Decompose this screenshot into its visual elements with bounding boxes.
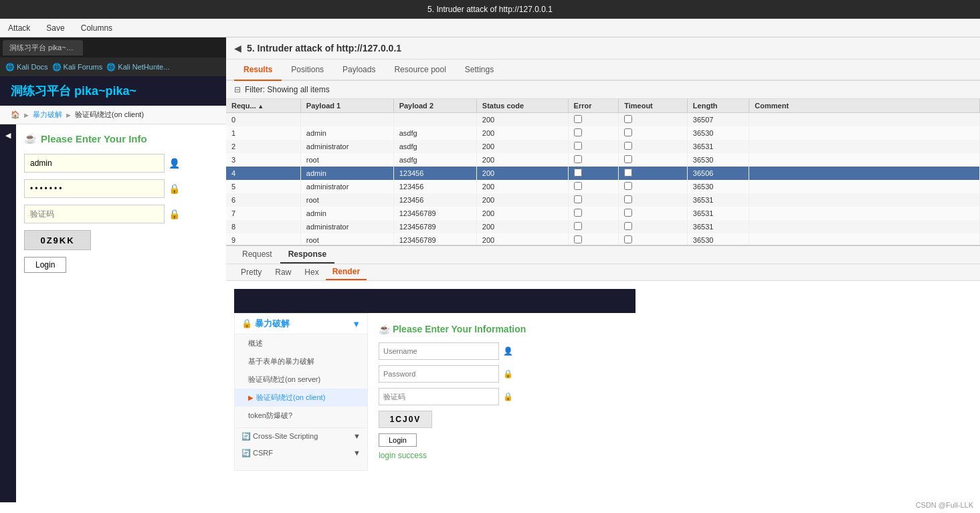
table-row[interactable]: 8administrator12345678920036531	[226, 220, 980, 233]
table-cell-5[interactable]	[619, 180, 688, 193]
rendered-username-input[interactable]	[379, 342, 499, 360]
table-cell-4[interactable]	[568, 113, 619, 127]
tab-response[interactable]: Response	[280, 246, 334, 264]
username-input[interactable]	[24, 154, 165, 173]
col-payload2[interactable]: Payload 2	[393, 99, 476, 113]
tab-request[interactable]: Request	[234, 246, 280, 264]
nav-kali-nethunter[interactable]: 🌐 Kali NetHunte...	[106, 63, 169, 72]
table-cell-5[interactable]	[619, 233, 688, 246]
error-checkbox[interactable]	[574, 169, 582, 177]
table-row[interactable]: 3rootasdfg20036530	[226, 153, 980, 167]
timeout-checkbox[interactable]	[624, 195, 632, 203]
menu-attack[interactable]: Attack	[5, 22, 33, 34]
table-cell-4[interactable]	[568, 233, 619, 246]
table-row[interactable]: 020036507	[226, 113, 980, 127]
timeout-checkbox[interactable]	[624, 142, 632, 150]
timeout-checkbox[interactable]	[624, 115, 632, 123]
col-status[interactable]: Status code	[476, 99, 568, 113]
rendered-captcha-input[interactable]	[379, 388, 499, 405]
timeout-checkbox[interactable]	[624, 169, 632, 177]
rendered-xss-section[interactable]: 🔄 Cross-Site Scripting ▼	[235, 427, 367, 445]
rendered-password-input[interactable]	[379, 365, 499, 383]
table-cell-5[interactable]	[619, 193, 688, 207]
table-row[interactable]: 2administratorasdfg20036531	[226, 140, 980, 153]
col-length[interactable]: Length	[687, 99, 749, 113]
timeout-checkbox[interactable]	[624, 235, 632, 243]
back-button[interactable]: ◀	[234, 43, 241, 54]
sidebar-toggle[interactable]: ◀	[0, 124, 16, 502]
table-cell-4[interactable]	[568, 193, 619, 207]
browser-tab[interactable]: 洞练习平台 pika~pika~	[3, 40, 83, 56]
format-pretty[interactable]: Pretty	[234, 265, 268, 280]
tab-settings[interactable]: Settings	[456, 60, 503, 81]
error-checkbox[interactable]	[574, 115, 582, 123]
rendered-menu-token[interactable]: token防爆破?	[235, 407, 367, 425]
timeout-checkbox[interactable]	[624, 128, 632, 136]
format-render[interactable]: Render	[326, 264, 367, 280]
table-cell-4[interactable]	[568, 140, 619, 153]
results-table-container[interactable]: Requ... Payload 1 Payload 2 Status code …	[226, 99, 980, 246]
table-cell-5[interactable]	[619, 126, 688, 140]
error-checkbox[interactable]	[574, 209, 582, 217]
col-comment[interactable]: Comment	[749, 99, 980, 113]
tab-results[interactable]: Results	[234, 60, 282, 81]
csrf-collapse[interactable]: ▼	[353, 449, 361, 457]
timeout-checkbox[interactable]	[624, 222, 632, 230]
table-cell-4[interactable]	[568, 180, 619, 193]
menu-save[interactable]: Save	[43, 22, 67, 34]
table-row[interactable]: 5administrator12345620036530	[226, 180, 980, 193]
breadcrumb-parent[interactable]: 暴力破解	[33, 110, 62, 120]
col-timeout[interactable]: Timeout	[619, 99, 688, 113]
table-cell-4[interactable]	[568, 207, 619, 220]
table-cell-4[interactable]	[568, 153, 619, 167]
table-row[interactable]: 9root12345678920036530	[226, 233, 980, 246]
rendered-menu-基于表单[interactable]: 基于表单的暴力破解	[235, 352, 367, 371]
error-checkbox[interactable]	[574, 155, 582, 163]
format-hex[interactable]: Hex	[298, 265, 325, 280]
table-row[interactable]: 4admin12345620036506	[226, 167, 980, 180]
login-button[interactable]: Login	[24, 257, 66, 273]
table-row[interactable]: 7admin12345678920036531	[226, 207, 980, 220]
table-row[interactable]: 6root12345620036531	[226, 193, 980, 207]
table-cell-4[interactable]	[568, 220, 619, 233]
rendered-menu-概述[interactable]: 概述	[235, 334, 367, 352]
captcha-input[interactable]	[24, 205, 165, 223]
timeout-checkbox[interactable]	[624, 209, 632, 217]
rendered-csrf-section[interactable]: 🔄 CSRF ▼	[235, 445, 367, 461]
rendered-menu-client[interactable]: ▶ 验证码绕过(on client)	[235, 389, 367, 407]
table-cell-5[interactable]	[619, 220, 688, 233]
table-cell-5[interactable]	[619, 207, 688, 220]
captcha-input-group: 🔒	[24, 205, 218, 223]
table-row[interactable]: 1adminasdfg20036530	[226, 126, 980, 140]
xss-collapse[interactable]: ▼	[353, 432, 361, 440]
error-checkbox[interactable]	[574, 128, 582, 136]
nav-kali-docs[interactable]: 🌐 Kali Docs	[5, 63, 48, 72]
breadcrumb-home[interactable]: 🏠	[11, 110, 20, 119]
table-cell-5[interactable]	[619, 153, 688, 167]
error-checkbox[interactable]	[574, 235, 582, 243]
nav-kali-forums[interactable]: 🌐 Kali Forums	[52, 63, 103, 72]
table-cell-4[interactable]	[568, 167, 619, 180]
error-checkbox[interactable]	[574, 195, 582, 203]
tab-resource-pool[interactable]: Resource pool	[385, 60, 455, 81]
rendered-login-button[interactable]: Login	[379, 433, 417, 447]
tab-payloads[interactable]: Payloads	[333, 60, 385, 81]
col-payload1[interactable]: Payload 1	[300, 99, 393, 113]
rendered-menu-server[interactable]: 验证码绕过(on server)	[235, 371, 367, 389]
timeout-checkbox[interactable]	[624, 182, 632, 190]
rendered-sidebar-collapse[interactable]: ▼	[352, 319, 361, 329]
error-checkbox[interactable]	[574, 222, 582, 230]
col-request[interactable]: Requ...	[226, 99, 300, 113]
timeout-checkbox[interactable]	[624, 155, 632, 163]
error-checkbox[interactable]	[574, 142, 582, 150]
format-raw[interactable]: Raw	[268, 265, 298, 280]
col-error[interactable]: Error	[568, 99, 619, 113]
table-cell-4[interactable]	[568, 126, 619, 140]
table-cell-5[interactable]	[619, 167, 688, 180]
error-checkbox[interactable]	[574, 182, 582, 190]
table-cell-5[interactable]	[619, 140, 688, 153]
menu-columns[interactable]: Columns	[78, 22, 115, 34]
tab-positions[interactable]: Positions	[282, 60, 333, 81]
table-cell-5[interactable]	[619, 113, 688, 127]
password-input[interactable]	[24, 179, 165, 198]
